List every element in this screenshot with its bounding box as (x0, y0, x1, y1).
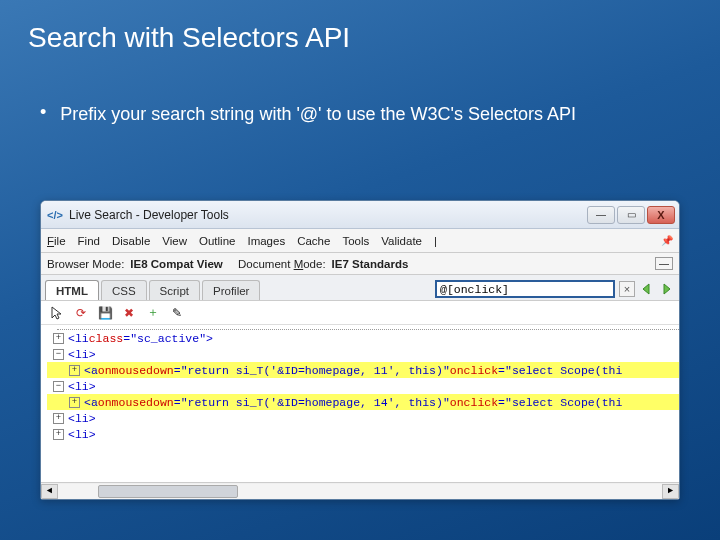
expand-icon[interactable]: + (53, 413, 64, 424)
minimize-button[interactable]: — (587, 206, 615, 224)
dom-row-highlighted[interactable]: + <a onmousedown="return si_T('&ID=homep… (47, 362, 679, 378)
tab-css[interactable]: CSS (101, 280, 147, 300)
tab-profiler[interactable]: Profiler (202, 280, 260, 300)
bullet-dot: • (40, 102, 46, 126)
scroll-left-button[interactable]: ◄ (41, 484, 58, 499)
menu-file[interactable]: File (47, 235, 66, 247)
dom-row[interactable]: − <li> (47, 378, 679, 394)
dom-row-highlighted[interactable]: + <a onmousedown="return si_T('&ID=homep… (47, 394, 679, 410)
close-button[interactable]: X (647, 206, 675, 224)
tabrow: HTML CSS Script Profiler × (41, 275, 679, 301)
browser-mode-value[interactable]: IE8 Compat View (130, 258, 222, 270)
dom-row[interactable]: − <li> (47, 346, 679, 362)
save-icon[interactable]: 💾 (97, 305, 113, 321)
menu-validate[interactable]: Validate (381, 235, 422, 247)
window-title: Live Search - Developer Tools (69, 208, 587, 222)
menu-outline[interactable]: Outline (199, 235, 235, 247)
collapse-icon[interactable]: − (53, 381, 64, 392)
add-icon[interactable]: ＋ (145, 305, 161, 321)
menu-find[interactable]: Find (78, 235, 100, 247)
dom-row[interactable]: + <li> (47, 410, 679, 426)
bullet-row: • Prefix your search string with '@' to … (0, 54, 720, 126)
dom-toolbar: ⟳ 💾 ✖ ＋ ✎ (41, 301, 679, 325)
maximize-button[interactable]: ▭ (617, 206, 645, 224)
titlebar: </> Live Search - Developer Tools — ▭ X (41, 201, 679, 229)
refresh-icon[interactable]: ⟳ (73, 305, 89, 321)
modebar: Browser Mode: IE8 Compat View Document M… (41, 253, 679, 275)
pointer-icon[interactable] (49, 305, 65, 321)
search-prev-button[interactable] (639, 282, 655, 296)
bullet-text: Prefix your search string with '@' to us… (60, 102, 576, 126)
document-mode-label: Document Mode: (238, 258, 326, 270)
menu-view[interactable]: View (162, 235, 187, 247)
menubar: File Find Disable View Outline Images Ca… (41, 229, 679, 253)
collapse-icon[interactable]: − (53, 349, 64, 360)
document-mode-value[interactable]: IE7 Standards (332, 258, 409, 270)
dom-pane[interactable]: + <li class="sc_active"> − <li> + <a onm… (41, 325, 679, 499)
search-next-button[interactable] (659, 282, 675, 296)
devtools-icon: </> (47, 207, 63, 223)
scroll-right-button[interactable]: ► (662, 484, 679, 499)
dom-row[interactable]: + <li class="sc_active"> (47, 330, 679, 346)
tab-script[interactable]: Script (149, 280, 200, 300)
expand-icon[interactable]: + (69, 365, 80, 376)
edit-icon[interactable]: ✎ (169, 305, 185, 321)
menu-cache[interactable]: Cache (297, 235, 330, 247)
menu-tools[interactable]: Tools (342, 235, 369, 247)
stop-icon[interactable]: ✖ (121, 305, 137, 321)
clear-search-button[interactable]: × (619, 281, 635, 297)
search-input[interactable] (435, 280, 615, 298)
pin-icon[interactable]: 📌 (661, 235, 673, 246)
scroll-thumb[interactable] (98, 485, 238, 498)
horizontal-scrollbar[interactable]: ◄ ► (41, 482, 679, 499)
expand-icon[interactable]: + (69, 397, 80, 408)
browser-mode-label: Browser Mode: (47, 258, 124, 270)
expand-icon[interactable]: + (53, 333, 64, 344)
slide-title: Search with Selectors API (0, 0, 720, 54)
devtools-window: </> Live Search - Developer Tools — ▭ X … (40, 200, 680, 500)
tab-html[interactable]: HTML (45, 280, 99, 300)
scroll-track[interactable] (58, 484, 662, 499)
menu-images[interactable]: Images (247, 235, 285, 247)
dom-row[interactable]: + <li> (47, 426, 679, 442)
collapse-icon[interactable]: — (655, 257, 673, 270)
expand-icon[interactable]: + (53, 429, 64, 440)
menu-disable[interactable]: Disable (112, 235, 150, 247)
